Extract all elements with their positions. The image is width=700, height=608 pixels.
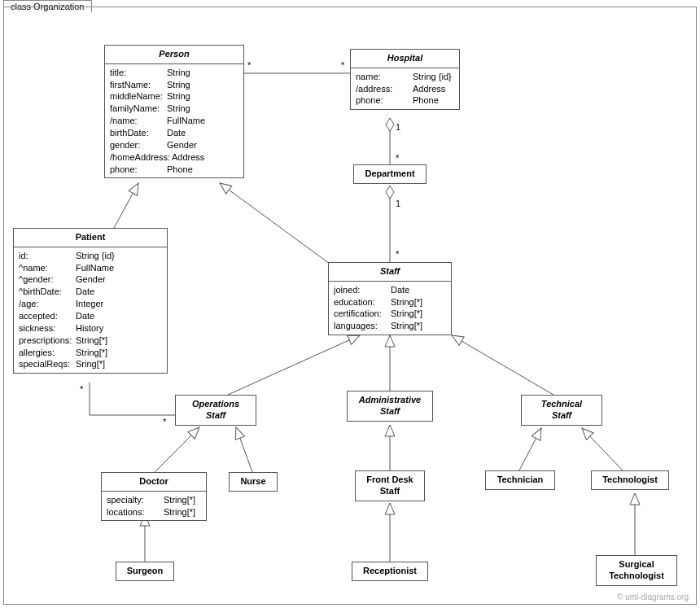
class-operations-staff-title: OperationsStaff bbox=[176, 396, 256, 425]
class-department: Department bbox=[353, 164, 427, 184]
attribute-row: certification:String[*] bbox=[334, 308, 446, 320]
class-patient-attrs: id:String {id}^name:FullName^gender:Gend… bbox=[14, 247, 167, 373]
attribute-row: prescriptions:String[*] bbox=[19, 335, 162, 347]
class-technician: Technician bbox=[485, 470, 555, 490]
attribute-row: gender:Gender bbox=[110, 139, 238, 151]
attribute-row: birthDate:Date bbox=[110, 127, 238, 139]
attribute-row: locations:String[*] bbox=[107, 506, 201, 518]
class-surgeon: Surgeon bbox=[116, 562, 174, 581]
class-surgeon-title: Surgeon bbox=[116, 562, 173, 580]
class-person-title: Person bbox=[105, 46, 243, 64]
class-hospital: Hospital name:String {id}/address:Addres… bbox=[350, 49, 460, 110]
mult-patient-ops-p: * bbox=[80, 384, 83, 394]
class-front-desk-staff: Front DeskStaff bbox=[355, 470, 425, 501]
attribute-row: joined:Date bbox=[334, 284, 446, 296]
attribute-row: title:String bbox=[110, 67, 238, 79]
attribute-row: id:String {id} bbox=[19, 250, 162, 262]
mult-hosp-dept-1: 1 bbox=[396, 122, 400, 132]
class-department-title: Department bbox=[354, 165, 426, 183]
class-doctor-title: Doctor bbox=[102, 473, 206, 492]
mult-person-side: * bbox=[247, 60, 251, 70]
class-surgical-technologist: SurgicalTechnologist bbox=[596, 555, 677, 586]
class-technician-title: Technician bbox=[486, 471, 554, 489]
attribute-row: phone:Phone bbox=[110, 164, 238, 176]
attribute-row: name:String {id} bbox=[356, 71, 454, 83]
attribute-row: familyName:String bbox=[110, 103, 238, 115]
class-technical-staff-title: TechnicalStaff bbox=[522, 396, 602, 425]
attribute-row: languages:String[*] bbox=[334, 320, 446, 332]
class-surgical-technologist-title: SurgicalTechnologist bbox=[597, 556, 676, 585]
class-receptionist: Receptionist bbox=[352, 562, 428, 581]
mult-patient-ops-o: * bbox=[163, 417, 166, 426]
class-patient-title: Patient bbox=[14, 229, 167, 247]
attribute-row: middleName:String bbox=[110, 90, 238, 103]
attribute-row: ^birthDate:Date bbox=[19, 286, 162, 298]
attribute-row: firstName:String bbox=[110, 79, 238, 91]
class-person-attrs: title:StringfirstName:StringmiddleName:S… bbox=[105, 64, 243, 178]
class-technologist: Technologist bbox=[591, 470, 669, 490]
attribute-row: ^gender:Gender bbox=[19, 273, 162, 286]
attribute-row: /age:Integer bbox=[19, 298, 162, 310]
attribute-row: specialty:String[*] bbox=[107, 494, 201, 506]
class-front-desk-staff-title: Front DeskStaff bbox=[356, 471, 424, 501]
attribute-row: phone:Phone bbox=[356, 94, 454, 107]
mult-hosp-dept-star: * bbox=[396, 153, 399, 163]
class-staff-attrs: joined:Dateeducation:String[*]certificat… bbox=[329, 282, 451, 335]
class-hospital-title: Hospital bbox=[351, 50, 459, 68]
attribute-row: allergies:String[*] bbox=[19, 347, 162, 359]
class-receptionist-title: Receptionist bbox=[352, 562, 427, 580]
attribute-row: /address:Address bbox=[356, 83, 454, 95]
attribute-row: accepted:Date bbox=[19, 310, 162, 322]
class-administrative-staff: AdministrativeStaff bbox=[347, 391, 433, 422]
class-staff-title: Staff bbox=[329, 263, 451, 282]
class-doctor-attrs: specialty:String[*]locations:String[*] bbox=[102, 492, 206, 521]
class-staff: Staff joined:Dateeducation:String[*]cert… bbox=[328, 262, 452, 335]
attribute-row: ^name:FullName bbox=[19, 262, 162, 274]
attribute-row: /homeAddress:Address bbox=[110, 151, 238, 164]
mult-dept-staff-1: 1 bbox=[396, 199, 400, 208]
class-nurse-title: Nurse bbox=[230, 473, 277, 491]
attribute-row: sickness:History bbox=[19, 322, 162, 335]
attribute-row: education:String[*] bbox=[334, 296, 446, 308]
class-operations-staff: OperationsStaff bbox=[175, 395, 256, 426]
attribute-row: specialReqs:Sring[*] bbox=[19, 358, 162, 370]
mult-dept-staff-star: * bbox=[396, 249, 399, 259]
class-hospital-attrs: name:String {id}/address:Addressphone:Ph… bbox=[351, 68, 459, 110]
mult-hospital-side: * bbox=[341, 60, 344, 70]
class-administrative-staff-title: AdministrativeStaff bbox=[348, 391, 432, 421]
class-nurse: Nurse bbox=[229, 472, 278, 492]
class-technologist-title: Technologist bbox=[592, 471, 668, 489]
watermark: © uml-diagrams.org bbox=[617, 593, 689, 601]
class-technical-staff: TechnicalStaff bbox=[521, 395, 602, 426]
class-doctor: Doctor specialty:String[*]locations:Stri… bbox=[101, 472, 207, 521]
class-patient: Patient id:String {id}^name:FullName^gen… bbox=[13, 228, 168, 374]
organization-class-diagram: class Organization bbox=[0, 0, 700, 608]
attribute-row: /name:FullName bbox=[110, 115, 238, 127]
class-person: Person title:StringfirstName:Stringmiddl… bbox=[104, 45, 244, 178]
